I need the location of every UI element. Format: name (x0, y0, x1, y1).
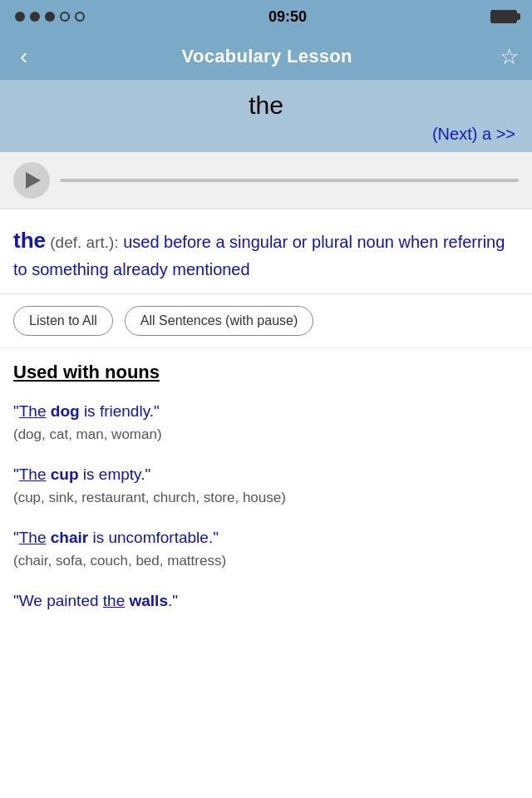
listen-all-button[interactable]: Listen to All (13, 306, 113, 336)
sentence-prefix-2: " (13, 529, 19, 546)
sentence-bold-3: walls (130, 592, 168, 609)
sentence-block-0: "The dog is friendly."(dog, cat, man, wo… (13, 400, 519, 445)
sentence-prefix-3: "We painted (13, 592, 103, 609)
sentences-container: "The dog is friendly."(dog, cat, man, wo… (13, 400, 519, 613)
synonyms-line-2: (chair, sofa, couch, bed, mattress) (13, 550, 519, 572)
sentence-the-2: The (19, 529, 47, 546)
buttons-row: Listen to All All Sentences (with pause) (0, 294, 532, 348)
dot-1 (15, 12, 25, 22)
sentence-line-1: "The cup is empty." (13, 463, 519, 487)
nav-bar: ‹ Vocabulary Lesson ☆ (0, 33, 532, 80)
sentence-block-2: "The chair is uncomfortable."(chair, sof… (13, 526, 519, 571)
sentence-bold-2: chair (51, 529, 88, 546)
sentence-bold-0: dog (51, 402, 80, 420)
sentence-block-3: "We painted the walls." (13, 589, 519, 613)
sentence-rest-3: ." (168, 592, 178, 609)
back-button[interactable]: ‹ (13, 40, 34, 73)
definition-text: the (def. art.): used before a singular … (13, 224, 519, 282)
synonyms-line-0: (dog, cat, man, woman) (13, 424, 519, 446)
current-word: the (13, 91, 519, 120)
sentence-rest-0: is friendly." (80, 402, 160, 420)
favorite-button[interactable]: ☆ (500, 44, 519, 70)
definition-area: the (def. art.): used before a singular … (0, 209, 532, 294)
sentence-line-3: "We painted the walls." (13, 589, 519, 613)
sentence-prefix-1: " (13, 466, 19, 483)
audio-track[interactable] (60, 179, 519, 182)
sentence-the-0: The (19, 402, 47, 420)
content-area: Used with nouns "The dog is friendly."(d… (0, 348, 532, 652)
signal-dots (15, 12, 85, 22)
play-icon (26, 172, 41, 189)
status-time: 09:50 (268, 8, 307, 26)
sentence-line-2: "The chair is uncomfortable." (13, 526, 519, 550)
word-header: the (Next) a >> (0, 80, 532, 152)
sentence-prefix-0: " (13, 402, 19, 420)
dot-2 (30, 12, 40, 22)
definition-word: the (13, 228, 46, 253)
play-button[interactable] (13, 162, 50, 199)
battery-icon (490, 10, 517, 23)
sentence-the-3: the (103, 592, 125, 609)
definition-meta: (def. art.): (46, 234, 119, 251)
sentence-the-1: The (19, 466, 47, 483)
sentence-block-1: "The cup is empty."(cup, sink, restauran… (13, 463, 519, 508)
dot-5 (75, 12, 85, 22)
sentence-rest-2: is uncomfortable." (88, 529, 219, 546)
sentence-line-0: "The dog is friendly." (13, 400, 519, 424)
dot-3 (45, 12, 55, 22)
synonyms-line-1: (cup, sink, restaurant, church, store, h… (13, 487, 519, 509)
dot-4 (60, 12, 70, 22)
audio-bar (0, 152, 532, 209)
sentence-rest-1: is empty." (79, 466, 151, 483)
status-bar: 09:50 (0, 0, 532, 33)
section-title: Used with nouns (13, 362, 519, 383)
next-link[interactable]: (Next) a >> (13, 125, 519, 144)
nav-title: Vocabulary Lesson (182, 46, 352, 67)
sentence-bold-1: cup (51, 466, 79, 483)
all-sentences-button[interactable]: All Sentences (with pause) (125, 306, 313, 336)
